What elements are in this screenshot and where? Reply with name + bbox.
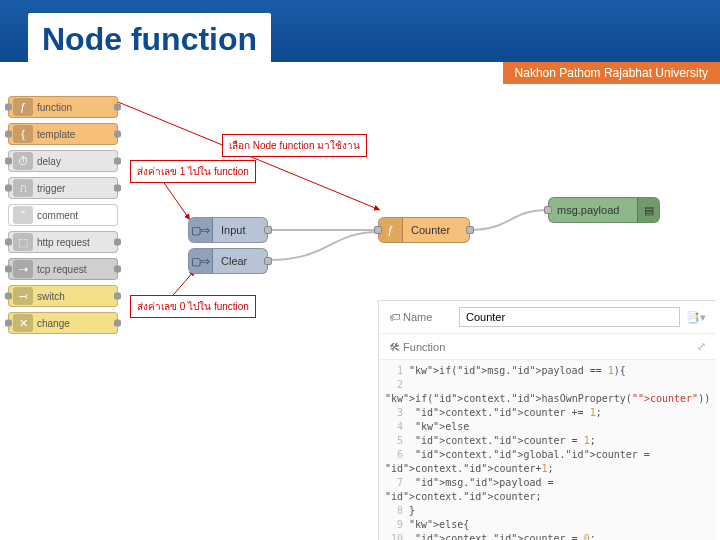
wrench-icon: 🛠	[389, 341, 400, 353]
node-inject-input[interactable]: ▢⇨ Input	[188, 217, 268, 243]
callout-send-one: ส่งค่าเลข 1 ไปใน function	[130, 160, 256, 183]
node-label: Clear	[213, 255, 255, 267]
callout-select-function: เลือก Node function มาใช้งาน	[222, 134, 367, 157]
node-label: msg.payload	[549, 204, 627, 216]
node-palette: ƒfunction{template⏱delay⎍trigger“comment…	[8, 96, 118, 339]
editor-function-row: 🛠 Function ⤢	[379, 334, 716, 360]
palette-node-function[interactable]: ƒfunction	[8, 96, 118, 118]
editor-name-row: 🏷 Name 📑▾	[379, 301, 716, 334]
function-icon: ƒ	[379, 218, 403, 242]
page-title: Node function	[28, 13, 271, 64]
node-debug-payload[interactable]: msg.payload ▤	[548, 197, 660, 223]
palette-node-switch[interactable]: ⤙switch	[8, 285, 118, 307]
tag-icon: 🏷	[389, 311, 400, 323]
title-bar: Node function	[0, 0, 720, 62]
palette-node-tcp-request[interactable]: ⇢tcp request	[8, 258, 118, 280]
node-function-counter[interactable]: ƒ Counter	[378, 217, 470, 243]
flow-canvas[interactable]: ƒfunction{template⏱delay⎍trigger“comment…	[0, 90, 720, 540]
inject-icon: ▢⇨	[189, 249, 213, 273]
function-editor-panel: 🏷 Name 📑▾ 🛠 Function ⤢ 1"kw">if("id">msg…	[378, 300, 716, 540]
node-inject-clear[interactable]: ▢⇨ Clear	[188, 248, 268, 274]
palette-node-comment[interactable]: “comment	[8, 204, 118, 226]
callout-send-zero: ส่งค่าเลข 0 ไปใน function	[130, 295, 256, 318]
expand-icon[interactable]: ⤢	[697, 340, 706, 353]
palette-node-delay[interactable]: ⏱delay	[8, 150, 118, 172]
node-label: Input	[213, 224, 253, 236]
palette-node-http-request[interactable]: ⬚http request	[8, 231, 118, 253]
palette-node-change[interactable]: ✕change	[8, 312, 118, 334]
editor-function-label: Function	[403, 341, 445, 353]
header-strip: Nakhon Pathom Rajabhat University	[0, 62, 720, 90]
university-badge: Nakhon Pathom Rajabhat University	[503, 62, 720, 84]
node-label: Counter	[403, 224, 458, 236]
editor-name-label: Name	[403, 311, 432, 323]
name-input[interactable]	[459, 307, 680, 327]
bookmark-icon[interactable]: 📑▾	[686, 311, 706, 324]
code-editor[interactable]: 1"kw">if("id">msg."id">payload == 1){2 "…	[379, 360, 716, 540]
palette-node-trigger[interactable]: ⎍trigger	[8, 177, 118, 199]
palette-node-template[interactable]: {template	[8, 123, 118, 145]
inject-icon: ▢⇨	[189, 218, 213, 242]
debug-icon: ▤	[637, 198, 659, 222]
